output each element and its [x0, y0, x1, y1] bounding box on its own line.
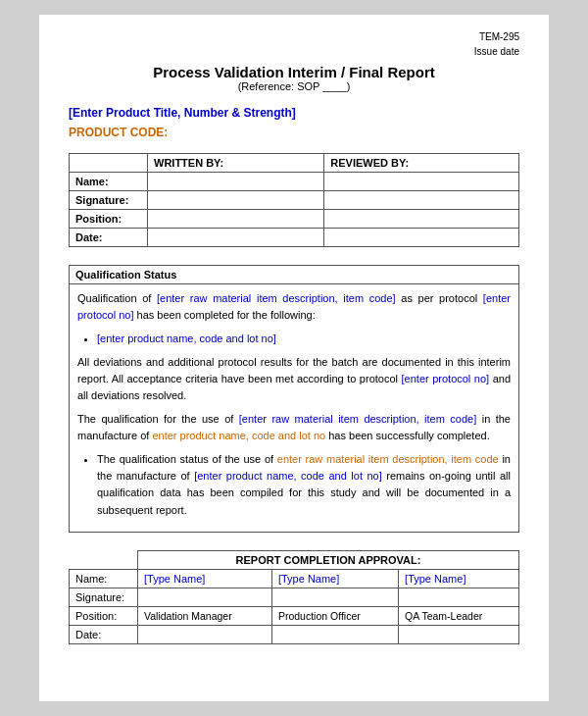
qual-para2-link: [enter protocol no]: [402, 373, 490, 384]
approval-pos-2: Production Officer: [271, 606, 398, 625]
signature-label-row: Signature:: [70, 191, 148, 210]
qual-para1-after: has been completed for the following:: [133, 309, 315, 321]
qual-list1: [enter product name, code and lot no]: [97, 331, 511, 347]
approval-name-2: [Type Name]: [271, 569, 398, 588]
approval-date-label: Date:: [70, 625, 138, 643]
reviewed-by-header: REVIEWED BY:: [324, 154, 519, 173]
product-code-label: PRODUCT CODE:: [69, 126, 519, 139]
written-date: [148, 229, 324, 247]
qual-para3-link2: enter product name, code and lot no: [152, 430, 325, 441]
qual-para3-after: has been successfully completed.: [325, 430, 490, 441]
reviewed-date: [324, 229, 519, 247]
written-reviewed-table: WRITTEN BY: REVIEWED BY: Name: Signature…: [69, 153, 519, 247]
qual-bullet2-before: The qualification status of the use of: [97, 453, 277, 465]
qual-bullet2-link2: [enter product name, code and lot no]: [194, 470, 382, 482]
date-label-row: Date:: [70, 229, 148, 247]
approval-table: REPORT COMPLETION APPROVAL: Name: [Type …: [69, 550, 519, 644]
approval-name-3: [Type Name]: [399, 569, 519, 588]
approval-date-3: [399, 625, 519, 643]
qual-para1-before: Qualification of: [77, 292, 157, 304]
name-label-row: Name:: [70, 173, 148, 191]
sub-title: (Reference: SOP ____): [69, 80, 519, 92]
written-by-header: WRITTEN BY:: [148, 154, 324, 173]
approval-date-2: [271, 625, 398, 643]
tem-number: TEM-295: [474, 29, 519, 44]
qualification-body: Qualification of [enter raw material ite…: [70, 284, 518, 532]
product-title-placeholder: [Enter Product Title, Number & Strength]: [69, 106, 519, 120]
approval-section: REPORT COMPLETION APPROVAL: Name: [Type …: [69, 550, 519, 644]
qual-para3-link1: [enter raw material item description, it…: [239, 413, 476, 425]
approval-name-1: [Type Name]: [138, 569, 272, 588]
qual-bullet1: [enter product name, code and lot no]: [97, 332, 276, 344]
document-page: TEM-295 Issue date Process Validation In…: [39, 15, 549, 701]
reviewed-signature: [324, 191, 519, 210]
approval-sig-1: [138, 588, 272, 606]
written-position: [148, 210, 324, 229]
document-title: Process Validation Interim / Final Repor…: [69, 64, 519, 92]
qualification-box: Qualification Status Qualification of [e…: [69, 265, 519, 533]
main-title: Process Validation Interim / Final Repor…: [69, 64, 519, 80]
qual-list2: The qualification status of the use of e…: [97, 451, 511, 518]
approval-position-label: Position:: [70, 606, 138, 625]
qual-para2: All deviations and additional protocol r…: [77, 354, 511, 404]
reviewed-name: [324, 173, 519, 191]
approval-date-1: [138, 625, 272, 643]
written-signature: [148, 191, 324, 210]
position-label-row: Position:: [70, 210, 148, 229]
qual-para3-before: The qualification for the use of: [77, 413, 239, 425]
approval-pos-3: QA Team-Leader: [399, 606, 519, 625]
approval-name-label: Name:: [70, 569, 138, 588]
qual-link1: [enter raw material item description, it…: [157, 292, 396, 304]
reviewed-position: [324, 210, 519, 229]
approval-pos-1: Validation Manager: [138, 606, 272, 625]
qual-para3: The qualification for the use of [enter …: [77, 411, 511, 444]
document-id: TEM-295 Issue date: [474, 29, 519, 59]
qual-para1: Qualification of [enter raw material ite…: [77, 290, 511, 324]
issue-date-label: Issue date: [474, 44, 519, 59]
approval-header: REPORT COMPLETION APPROVAL:: [138, 550, 519, 569]
approval-sig-2: [271, 588, 398, 606]
qual-para1-mid: as per protocol: [396, 292, 483, 304]
qual-bullet2-link1: enter raw material item description, ite…: [277, 453, 499, 465]
approval-sig-3: [399, 588, 519, 606]
approval-signature-label: Signature:: [70, 588, 138, 606]
written-name: [148, 173, 324, 191]
qualification-header: Qualification Status: [70, 266, 518, 284]
